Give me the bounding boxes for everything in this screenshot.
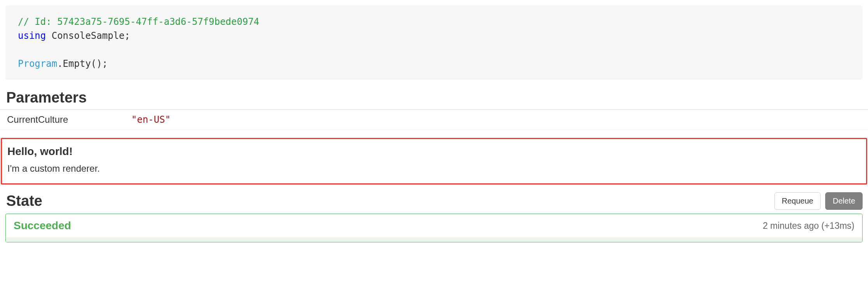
- state-header-row: State Requeue Delete: [0, 192, 868, 211]
- state-status: Succeeded: [14, 219, 71, 232]
- requeue-button[interactable]: Requeue: [774, 192, 821, 210]
- state-panel-body: [6, 237, 862, 242]
- state-panel-header[interactable]: Succeeded 2 minutes ago (+13ms): [6, 214, 862, 237]
- param-name: CurrentCulture: [0, 110, 124, 130]
- state-actions: Requeue Delete: [774, 192, 863, 210]
- custom-text: I'm a custom renderer.: [7, 163, 861, 174]
- state-time: 2 minutes ago (+13ms): [763, 221, 854, 231]
- custom-renderer-box: Hello, world! I'm a custom renderer.: [1, 138, 867, 185]
- code-call-line: Program.Empty();: [18, 57, 850, 71]
- table-row: CurrentCulture "en-US": [0, 110, 868, 130]
- parameters-heading: Parameters: [0, 85, 868, 110]
- custom-title: Hello, world!: [7, 145, 861, 158]
- parameters-table: CurrentCulture "en-US": [0, 110, 868, 130]
- code-blank-line: [18, 43, 850, 57]
- state-panel: Succeeded 2 minutes ago (+13ms): [5, 214, 863, 242]
- code-comment-line: // Id: 57423a75-7695-47ff-a3d6-57f9bede0…: [18, 15, 850, 29]
- code-block: // Id: 57423a75-7695-47ff-a3d6-57f9bede0…: [5, 5, 863, 80]
- state-heading: State: [6, 193, 42, 209]
- code-using-line: using ConsoleSample;: [18, 29, 850, 43]
- param-value: "en-US": [124, 110, 868, 130]
- delete-button[interactable]: Delete: [825, 192, 863, 210]
